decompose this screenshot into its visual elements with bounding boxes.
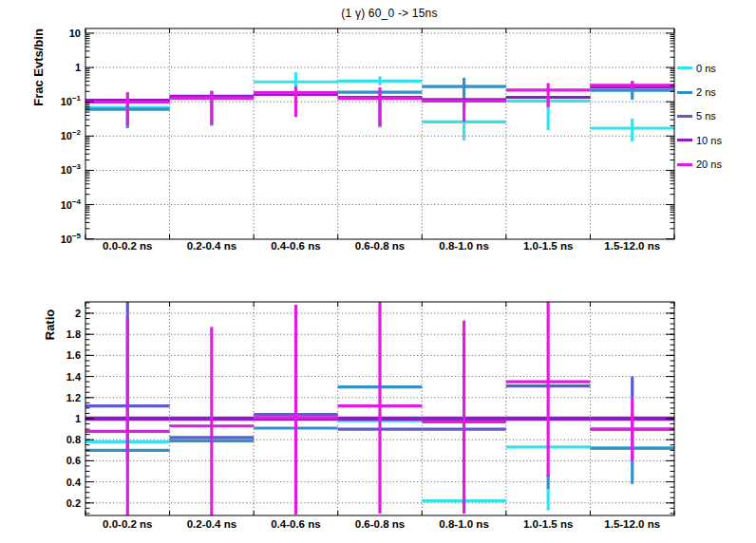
- ytick-label: 1: [75, 413, 81, 424]
- series-bottom: [85, 297, 674, 516]
- panel-top: 10110−110−210−310−410−50.0-0.2 ns0.2-0.4…: [31, 28, 674, 252]
- legend-item-0ns: 0 ns: [677, 56, 753, 80]
- ytick-label: 1.8: [66, 328, 81, 340]
- xcat-label: 1.5-12.0 ns: [604, 518, 660, 530]
- xcat-label: 1.0-1.5 ns: [523, 240, 573, 252]
- legend-label: 5 ns: [696, 110, 716, 122]
- ytick-label: 10−2: [61, 128, 82, 141]
- legend: 0 ns2 ns5 ns10 ns20 ns: [677, 56, 753, 177]
- xcat-label: 0.2-0.4 ns: [187, 518, 236, 530]
- xcat-label: 1.0-1.5 ns: [523, 518, 573, 530]
- legend-label: 10 ns: [696, 135, 722, 146]
- xcat-label: 0.4-0.6 ns: [271, 518, 320, 530]
- ytick-label: 0.6: [66, 455, 81, 466]
- legend-label: 0 ns: [696, 63, 716, 74]
- legend-swatch: [677, 66, 692, 69]
- xcat-label: 0.2-0.4 ns: [187, 240, 236, 252]
- legend-swatch: [677, 91, 692, 94]
- xcat-label: 0.6-0.8 ns: [355, 240, 405, 252]
- ytick-label: 0.8: [66, 434, 81, 445]
- legend-label: 20 ns: [696, 159, 722, 170]
- ytick-label: 2: [75, 308, 81, 319]
- xcat-label: 0.8-1.0 ns: [439, 240, 488, 252]
- ytick-label: 1.6: [66, 349, 81, 361]
- xcat-label: 0.4-0.6 ns: [271, 240, 320, 252]
- panel-bottom: 0.20.40.60.811.21.41.61.820.0-0.2 ns0.2-…: [43, 297, 674, 530]
- chart-canvas: 10110−110−210−310−410−50.0-0.2 ns0.2-0.4…: [0, 0, 756, 543]
- ytick-label: 0.4: [66, 477, 82, 488]
- y-axis-title: Frac Evts/bin: [31, 28, 46, 106]
- series-top: [85, 72, 674, 141]
- legend-item-2ns: 2 ns: [677, 80, 753, 103]
- ytick-label: 0.2: [66, 497, 81, 509]
- ytick-label: 10−1: [61, 94, 82, 107]
- legend-item-10ns: 10 ns: [677, 128, 753, 152]
- xcat-label: 0.0-0.2 ns: [103, 240, 152, 252]
- ytick-label: 1.4: [66, 371, 82, 383]
- legend-swatch: [677, 139, 692, 141]
- root-canvas: (1 γ) 60_0 -> 15ns 10110−110−210−310−410…: [0, 0, 756, 543]
- xcat-label: 1.5-12.0 ns: [604, 240, 660, 252]
- xcat-label: 0.8-1.0 ns: [439, 518, 488, 530]
- ytick-label: 10−3: [61, 162, 82, 176]
- ytick-label: 1: [75, 62, 81, 73]
- xcat-label: 0.0-0.2 ns: [103, 518, 152, 530]
- ytick-label: 10−5: [61, 232, 82, 245]
- legend-label: 2 ns: [696, 86, 716, 98]
- ytick-label: 10: [69, 28, 81, 39]
- xcat-label: 0.6-0.8 ns: [355, 518, 405, 530]
- legend-swatch: [677, 115, 692, 118]
- ytick-label: 10−4: [61, 197, 82, 211]
- series-20ns: [85, 81, 674, 125]
- series-20ns: [85, 301, 674, 517]
- ytick-label: 1.2: [66, 392, 81, 403]
- y-axis-title: Ratio: [43, 309, 57, 341]
- legend-item-5ns: 5 ns: [677, 104, 753, 128]
- legend-item-20ns: 20 ns: [677, 153, 753, 177]
- legend-swatch: [677, 163, 692, 166]
